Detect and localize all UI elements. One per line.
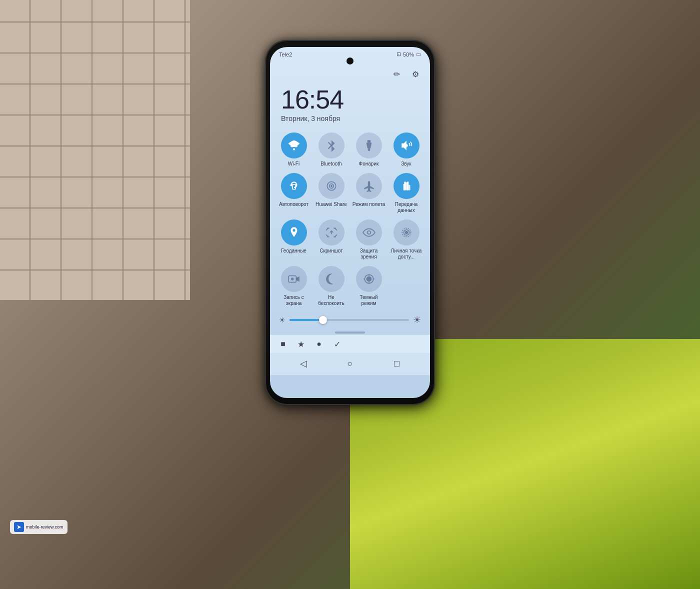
brightness-track[interactable] [290, 319, 409, 321]
qs-bluetooth-circle [318, 132, 344, 158]
qs-hotspot[interactable]: Личная точка досту... [390, 220, 423, 260]
qs-dnd-label: Не беспокоить [314, 294, 348, 306]
notch-area [270, 58, 430, 64]
recents-button[interactable]: □ [386, 357, 406, 370]
qs-airplane[interactable]: Режим полета [352, 173, 386, 214]
phone-outer: Tele2 ⊡ 50% ▭ ✏ ⚙ 16:54 Вторник, 3 ноябр… [265, 40, 435, 405]
watermark-icon: ➤ [14, 522, 24, 532]
phone-screen: Tele2 ⊡ 50% ▭ ✏ ⚙ 16:54 Вторник, 3 ноябр… [270, 47, 430, 398]
qs-hotspot-circle [394, 220, 420, 246]
qs-screenshot[interactable]: Скриншот [314, 220, 348, 260]
qs-autorotate-circle [281, 173, 307, 199]
qs-screen-record-label: Запись с экрана [277, 294, 310, 306]
svg-rect-10 [403, 184, 404, 190]
brightness-max-icon: ☀ [413, 314, 421, 326]
bottom-taskbar: ■ ★ ● ✓ [270, 334, 430, 353]
svg-rect-1 [367, 140, 370, 142]
qs-hotspot-label: Личная точка досту... [390, 248, 423, 260]
qs-bluetooth[interactable]: Bluetooth [314, 132, 348, 167]
watermark: ➤ mobile-review.com [10, 520, 68, 534]
qs-airplane-circle [356, 173, 382, 199]
qs-wifi-circle [281, 132, 307, 158]
carrier-signal: Tele2 [279, 52, 292, 58]
home-button[interactable]: ○ [340, 357, 360, 370]
qs-screenshot-label: Скриншот [320, 248, 342, 254]
svg-rect-2 [368, 148, 370, 150]
qs-screen-record[interactable]: Запись с экрана [277, 266, 310, 306]
qs-data-transfer[interactable]: Передача данных [390, 173, 423, 214]
svg-rect-11 [406, 182, 407, 190]
brightness-bar: ☀ ☀ [270, 310, 430, 330]
nav-bar: ◁ ○ □ [270, 353, 430, 375]
qs-geodata-circle [281, 220, 307, 246]
status-right-icons: ⊡ 50% ▭ [396, 51, 421, 58]
quick-settings-grid: Wi-Fi Bluetooth [270, 124, 430, 310]
qs-sound-circle [394, 132, 420, 158]
qs-data-transfer-label: Передача данных [390, 202, 423, 214]
qs-data-transfer-circle [394, 173, 420, 199]
svg-point-0 [292, 148, 294, 150]
qs-geodata-label: Геоданные [281, 248, 306, 254]
qs-eye-protection-label: Защита зрения [352, 248, 386, 260]
svg-rect-12 [408, 185, 410, 190]
qs-huawei-share[interactable]: Huawei Share [314, 173, 348, 214]
svg-point-3 [405, 144, 408, 146]
qs-airplane-label: Режим полета [352, 202, 385, 208]
qs-dnd[interactable]: Не беспокоить [314, 266, 348, 306]
battery-text: 50% [403, 52, 414, 58]
svg-point-18 [291, 278, 294, 280]
qs-flashlight-circle [356, 132, 382, 158]
svg-point-19 [366, 276, 372, 282]
settings-icon[interactable]: ⚙ [410, 68, 421, 80]
qs-bluetooth-label: Bluetooth [320, 161, 342, 167]
svg-point-13 [367, 231, 370, 234]
edit-icon[interactable]: ✏ [391, 68, 402, 80]
taskbar-icon-4[interactable]: ✓ [331, 338, 343, 350]
taskbar-icon-1[interactable]: ■ [277, 338, 289, 350]
qs-screen-record-circle [281, 266, 307, 292]
back-button[interactable]: ◁ [294, 357, 314, 370]
qs-huawei-share-label: Huawei Share [316, 202, 347, 208]
svg-point-7 [330, 186, 332, 186]
qs-flashlight-label: Фонарик [359, 161, 379, 167]
qs-geodata[interactable]: Геоданные [277, 220, 310, 260]
qs-eye-protection[interactable]: Защита зрения [352, 220, 386, 260]
qs-flashlight[interactable]: Фонарик [352, 132, 386, 167]
nfc-icon: ⊡ [396, 51, 401, 58]
brightness-thumb[interactable] [319, 316, 327, 324]
qs-sound[interactable]: Звук [390, 132, 423, 167]
qs-dark-mode-circle [356, 266, 382, 292]
qs-wifi[interactable]: Wi-Fi [277, 132, 310, 167]
nav-pill-bar [335, 332, 365, 334]
qs-autorotate-label: Автоповорот [279, 202, 308, 208]
watermark-text: mobile-review.com [26, 524, 64, 530]
top-action-icons: ✏ ⚙ [270, 64, 430, 82]
front-camera [346, 58, 354, 64]
qs-eye-protection-circle [356, 220, 382, 246]
taskbar-icon-2[interactable]: ★ [295, 338, 307, 350]
qs-dark-mode[interactable]: Темный режим [352, 266, 386, 306]
brightness-min-icon: ☀ [279, 316, 286, 324]
nav-pill-area [270, 330, 430, 334]
svg-point-14 [405, 232, 407, 234]
qs-dnd-circle [318, 266, 344, 292]
clock-time: 16:54 [281, 86, 419, 112]
qs-dark-mode-label: Темный режим [352, 294, 386, 306]
qs-sound-label: Звук [401, 161, 412, 167]
battery-icon: ▭ [416, 51, 421, 58]
qs-huawei-share-circle [318, 173, 344, 199]
qs-screenshot-circle [318, 220, 344, 246]
clock-section: 16:54 Вторник, 3 ноября [270, 82, 430, 124]
qs-wifi-label: Wi-Fi [288, 161, 300, 167]
taskbar-icon-3[interactable]: ● [313, 338, 325, 350]
qs-autorotate[interactable]: Автоповорот [277, 173, 310, 214]
clock-date: Вторник, 3 ноября [281, 114, 419, 122]
bg-tiles [0, 0, 190, 300]
